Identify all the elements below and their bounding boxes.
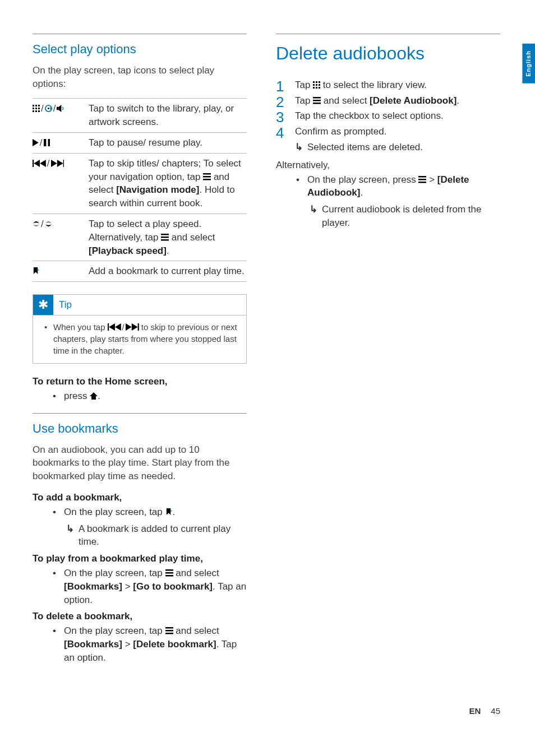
return-home-item: press . xyxy=(53,389,247,403)
alt-item: On the play screen, press > [Delete Audi… xyxy=(296,173,500,200)
add-bookmark-head: To add a bookmark, xyxy=(33,491,247,504)
bookmark-icon xyxy=(33,267,40,275)
row-desc: Add a bookmark to current play time. xyxy=(89,261,247,282)
next-icon xyxy=(126,323,139,331)
table-row: Add a bookmark to current play time. xyxy=(33,261,247,282)
disc-icon xyxy=(45,105,52,112)
step-3: Tap the checkbox to select options. xyxy=(276,109,500,123)
play-icon xyxy=(33,139,39,146)
left-column: Select play options On the play screen, … xyxy=(33,34,247,668)
footer-page: 45 xyxy=(491,706,500,716)
play-bookmark-head: To play from a bookmarked play time, xyxy=(33,552,247,565)
play-bookmark-item: On the play screen, tap and select [Book… xyxy=(53,567,247,606)
prev-icon xyxy=(108,323,121,331)
alt-result: Current audiobook is deleted from the pl… xyxy=(310,203,500,230)
delete-bookmark-item: On the play screen, tap and select [Book… xyxy=(53,624,247,664)
add-bookmark-item: On the play screen, tap . xyxy=(53,505,247,519)
step-4: Confirm as prompted. xyxy=(276,125,500,138)
step-4-result: Selected items are deleted. xyxy=(295,141,500,154)
bookmarks-intro: On an audiobook, you can add up to 10 bo… xyxy=(33,443,247,483)
next-icon xyxy=(51,160,64,167)
step-1: Tap to select the library view. xyxy=(276,78,500,92)
menu-icon xyxy=(313,97,321,104)
speaker-icon xyxy=(57,105,64,112)
menu-icon xyxy=(165,569,173,577)
library-icon xyxy=(313,81,320,89)
prev-icon xyxy=(33,160,46,167)
delete-steps: Tap to select the library view. Tap and … xyxy=(276,78,500,138)
slow-icon xyxy=(33,220,40,228)
alternatively: Alternatively, xyxy=(276,159,500,172)
intro-text: On the play screen, tap icons to select … xyxy=(33,64,247,91)
row-desc: Tap to pause/ resume play. xyxy=(89,132,247,153)
menu-icon xyxy=(165,627,173,634)
page-footer: EN45 xyxy=(469,705,500,717)
table-row: // Tap to switch to the library, play, o… xyxy=(33,99,247,133)
menu-icon xyxy=(161,234,169,241)
menu-icon xyxy=(418,176,426,183)
bookmark-icon xyxy=(165,508,173,516)
footer-lang: EN xyxy=(469,706,481,716)
fast-icon xyxy=(45,220,52,228)
row-desc: Tap to switch to the library, play, or a… xyxy=(89,99,247,133)
table-row: / Tap to pause/ resume play. xyxy=(33,132,247,153)
language-tab: English xyxy=(522,44,535,84)
section-select-play-options: Select play options xyxy=(33,41,247,58)
table-row: / Tap to select a play speed. Alternativ… xyxy=(33,214,247,261)
delete-bookmark-head: To delete a bookmark, xyxy=(33,610,247,623)
library-icon xyxy=(33,105,40,112)
return-home-head: To return to the Home screen, xyxy=(33,375,247,388)
tip-label: Tip xyxy=(59,296,72,314)
home-icon xyxy=(90,392,98,400)
tip-star-icon: ✱ xyxy=(33,295,53,315)
right-column: Delete audiobooks Tap to select the libr… xyxy=(276,34,500,668)
section-delete-audiobooks: Delete audiobooks xyxy=(276,41,500,66)
step-2: Tap and select [Delete Audiobook]. xyxy=(276,94,500,108)
play-options-table: // Tap to switch to the library, play, o… xyxy=(33,98,247,282)
row-desc: Tap to select a play speed. Alternativel… xyxy=(89,214,247,261)
section-use-bookmarks: Use bookmarks xyxy=(33,420,247,438)
pause-icon xyxy=(44,139,50,146)
menu-icon xyxy=(203,173,211,180)
add-bookmark-result: A bookmark is added to current play time… xyxy=(66,522,247,549)
tip-text: When you tap / to skip to previous or ne… xyxy=(47,321,238,356)
tip-box: ✱ Tip When you tap / to skip to previous… xyxy=(33,294,247,364)
table-row: / Tap to skip titles/ chapters; To selec… xyxy=(33,153,247,214)
row-desc: Tap to skip titles/ chapters; To select … xyxy=(89,153,247,214)
